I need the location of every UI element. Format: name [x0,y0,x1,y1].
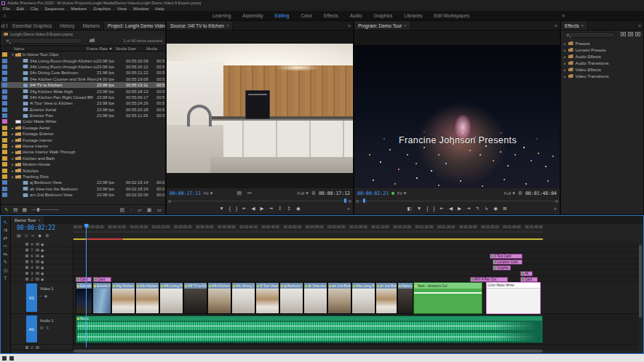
tab-essential-graphics[interactable]: Essential Graphics [9,21,56,30]
settings-icon[interactable]: ▤ [236,190,242,196]
panel-menu-icon[interactable]: » [552,23,560,28]
disclosure-icon[interactable] [10,52,15,57]
effects-folder-row[interactable]: ▸ Video Effects [561,66,643,73]
chevron-right-icon[interactable]: ▸ [564,55,566,59]
label-color-chip[interactable] [2,119,7,124]
menu-item[interactable]: View [117,7,127,11]
lock-icon[interactable] [25,249,28,252]
chevron-right-icon[interactable]: ▸ [564,61,566,65]
a1-source-target[interactable]: A1 [26,315,37,342]
video-clip[interactable]: aj Bedroom View [279,282,303,314]
linked-selection-icon[interactable]: ∞ [31,233,34,238]
taskbar-icon[interactable] [9,356,14,361]
program-zoom-dropdown[interactable]: Fit▾ [397,190,406,196]
settings-wrench-icon[interactable]: ⚙ [518,190,522,196]
label-color-chip[interactable] [2,77,7,81]
video-clip[interactable]: Exterior Aerial [76,282,92,314]
menu-item[interactable]: File [3,7,10,11]
sync-lock-icon[interactable] [36,254,39,257]
workspace-tab[interactable]: Learning [212,13,231,18]
project-row[interactable]: Footage Aerial [1,125,165,131]
mute-button[interactable]: M [40,326,43,330]
project-row[interactable]: 4l Tour View to Kitchen 23.98 fps 00:55:… [1,100,165,106]
label-color-chip[interactable] [2,95,7,100]
label-color-chip[interactable] [2,126,7,130]
workspace-tab[interactable]: Audio [350,13,362,18]
extract-button[interactable]: ↳ [485,206,488,212]
label-color-chip[interactable] [2,113,7,118]
video-clip[interactable]: 04h Kitchen Pan Right Closed BR [207,282,231,314]
timeline-playhead[interactable] [86,224,87,347]
menu-item[interactable]: Clip [31,7,38,11]
button-editor-plus[interactable]: + [554,206,557,212]
new-bin-from-search-icon[interactable] [90,39,95,42]
close-icon[interactable]: × [226,23,229,28]
menu-item[interactable]: Edit [17,7,24,11]
vertical-scrollbar[interactable] [639,245,642,318]
time-ruler[interactable]: 00:0000:00:05:0000:00:10:0000:00:15:0000… [73,224,543,233]
video-clip[interactable]: 04b Living Room through Kitchen to BR Lo… [159,282,183,314]
label-color-chip[interactable] [2,52,7,57]
effects-folder-row[interactable]: ▸ Audio Transitions [561,60,643,66]
video-clip[interactable]: Exterior Pan [92,282,111,314]
a1-track-header[interactable]: A1 Audio 1 M S [11,314,73,345]
edit-in-place-icon[interactable]: ✎ [4,207,9,212]
chevron-right-icon[interactable]: ▸ [564,41,566,46]
project-row[interactable]: 04f TV to Kitchen 23.98 fps 00:55:13:11 … [1,82,165,88]
horizontal-scrollbar[interactable] [73,350,543,353]
menu-item[interactable]: Markers [71,7,87,11]
video-track-header[interactable]: 8 ◉ [11,241,73,247]
label-color-chip[interactable] [2,71,7,75]
column-frame-rate[interactable]: Frame Rate [87,47,116,51]
play-button[interactable]: ▶ [458,206,461,212]
project-row[interactable]: 04g Kitchen Wide High 23.98 fps 00:55:18… [1,88,165,94]
track-output-eye-icon[interactable]: ◉ [44,294,47,298]
add-marker-button[interactable]: ▼ [417,206,421,212]
workspace-tab[interactable]: Color [301,13,312,18]
solo-button[interactable]: S [46,326,48,330]
disclosure-icon[interactable] [10,174,15,179]
button-editor-plus[interactable]: + [347,206,350,212]
effects-search-box[interactable] [564,32,615,38]
lock-icon[interactable] [25,272,28,275]
graphics-clip[interactable]: MVI 4 Pan Out [470,277,508,282]
nest-toggle-icon[interactable]: ▤ [17,233,21,238]
overwrite-button[interactable]: ↥ [287,206,291,212]
lock-icon[interactable] [25,266,28,269]
menu-item[interactable]: Sequence [44,7,64,11]
video-track-header[interactable]: 4 ◉ [11,265,73,270]
tab-project[interactable]: Project: Lunghi Demo Video 9 Export × [104,21,165,30]
video-clip[interactable]: ak View into the Bedroom [303,282,327,314]
go-to-out-button[interactable]: ⇥ [269,206,273,212]
program-scrubber[interactable] [354,198,560,204]
column-media-start[interactable]: Media Start [116,47,146,51]
list-view-icon[interactable]: ▤ [13,207,18,212]
project-row[interactable]: ak View into the Bedroom 23.98 fps 00:02… [1,186,165,192]
source-position-timecode[interactable]: 00:00:17:11 [170,190,201,196]
export-icon[interactable]: ↦ [247,190,252,196]
label-color-chip[interactable] [2,174,7,179]
automate-to-sequence-icon[interactable]: ▧ [120,207,125,212]
add-marker-icon[interactable]: ◆ [38,233,41,238]
close-icon[interactable]: × [581,23,584,28]
video-track-header[interactable]: 5 ◉ [11,259,73,265]
filter-32bit-icon[interactable] [628,32,633,36]
label-color-chip[interactable] [2,101,7,105]
zoom-handle-left[interactable] [168,200,171,203]
timeline-playhead-timecode[interactable]: 00:00:02:22 [17,225,55,231]
zoom-handle-left[interactable] [356,200,359,203]
video-clip[interactable]: 4l Tour View to Kitchen [255,282,279,314]
lock-icon[interactable] [25,278,28,281]
project-row[interactable]: Color Matte White [1,118,165,124]
disclosure-icon[interactable] [10,156,15,161]
graphics-clip[interactable]: 3 Text Card [490,254,522,259]
project-row[interactable]: aj Bedroom View 23.98 fps 00:02:16:14 00… [1,180,165,185]
lift-button[interactable]: ↰ [475,206,479,212]
project-row[interactable]: Kitchen and Bath [1,156,165,161]
video-track-header[interactable]: 2 ◉ [11,276,73,282]
lock-icon[interactable]: ▪ [40,294,41,298]
disclosure-icon[interactable] [10,126,15,130]
graphics-clip[interactable]: 4K [520,271,533,276]
tab-markers[interactable]: Markers [79,21,103,30]
tab-sequence[interactable]: Demo Tour × [11,216,45,224]
